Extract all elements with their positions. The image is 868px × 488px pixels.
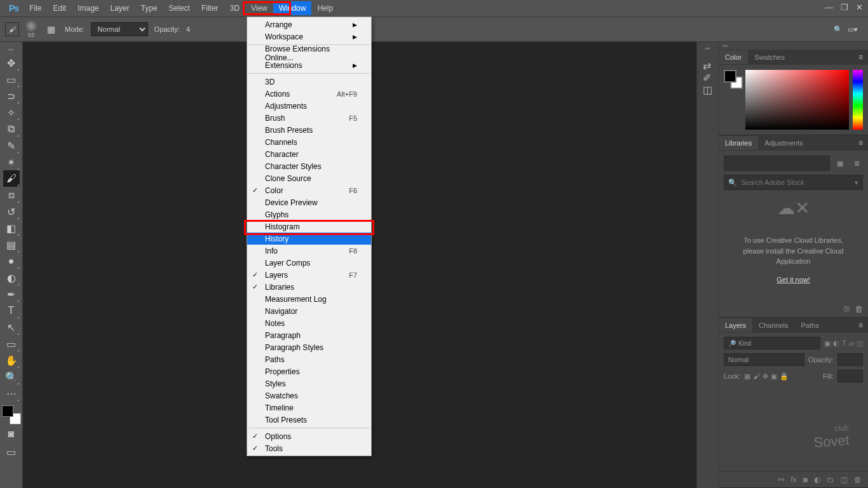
tab-adjustments[interactable]: Adjustments: [758, 136, 810, 150]
filter-smart-icon[interactable]: ◫: [857, 339, 863, 348]
tool-marquee[interactable]: ▭: [3, 71, 20, 88]
color-field[interactable]: [745, 70, 849, 130]
tool-gradient[interactable]: ▤: [3, 236, 20, 253]
grid-view-icon[interactable]: ▦: [834, 157, 846, 170]
menu-item-workspace[interactable]: Workspace▶: [247, 30, 371, 43]
tool-zoom[interactable]: 🔍: [3, 369, 20, 385]
menu-item-arrange[interactable]: Arrange▶: [247, 18, 371, 30]
filter-shape-icon[interactable]: ▱: [849, 339, 854, 348]
menu-item-browse-extensions-online-[interactable]: Browse Extensions Online...: [247, 47, 371, 59]
menu-item-paragraph-styles[interactable]: Paragraph Styles: [247, 341, 371, 353]
new-layer-icon[interactable]: ◫: [841, 475, 848, 484]
menu-view[interactable]: View: [245, 1, 273, 15]
menu-type[interactable]: Type: [135, 1, 163, 15]
tool-more[interactable]: ⋯: [3, 385, 20, 402]
library-select[interactable]: [724, 156, 830, 171]
menu-item-layer-comps[interactable]: Layer Comps: [247, 257, 371, 269]
menu-item-channels[interactable]: Channels: [247, 136, 371, 148]
menu-item-libraries[interactable]: ✓Libraries: [247, 281, 371, 293]
3d-panel-icon[interactable]: ◫: [703, 84, 712, 96]
quickmask-toggle[interactable]: ◙: [3, 426, 20, 442]
menu-item-paths[interactable]: Paths: [247, 353, 371, 365]
panel-menu-icon[interactable]: ≡: [853, 53, 868, 62]
menu-select[interactable]: Select: [163, 1, 196, 15]
maximize-button[interactable]: ❐: [841, 3, 848, 12]
menu-item-history[interactable]: History: [247, 233, 371, 245]
tab-paths[interactable]: Paths: [795, 318, 825, 332]
tool-spot-heal[interactable]: ✴: [3, 154, 20, 170]
menu-help[interactable]: Help: [311, 1, 339, 15]
menu-item-styles[interactable]: Styles: [247, 377, 371, 390]
layer-opacity[interactable]: [837, 353, 863, 366]
menu-image[interactable]: Image: [72, 1, 104, 15]
layer-fill[interactable]: [837, 370, 863, 383]
tool-rect[interactable]: ▭: [3, 336, 20, 352]
delete-layer-icon[interactable]: 🗑: [854, 475, 862, 484]
menu-item-notes[interactable]: Notes: [247, 317, 371, 329]
layer-filter-kind[interactable]: 🔎 Kind: [724, 337, 820, 349]
tool-magic-wand[interactable]: ✧: [3, 104, 20, 121]
menu-item-paragraph[interactable]: Paragraph: [247, 329, 371, 341]
panel-menu-icon[interactable]: ≡: [853, 139, 868, 147]
menu-item-options[interactable]: ✓Options: [247, 430, 371, 442]
screenmode-toggle[interactable]: ▭: [3, 444, 20, 460]
adjustment-icon[interactable]: ◐: [814, 475, 820, 484]
close-button[interactable]: ✕: [856, 3, 863, 12]
brush-panel-toggle[interactable]: ▦: [43, 22, 58, 37]
menu-layer[interactable]: Layer: [105, 1, 135, 15]
lock-position-icon[interactable]: ✥: [763, 372, 768, 381]
menu-file[interactable]: File: [24, 1, 47, 15]
link-layers-icon[interactable]: ⚯: [778, 475, 784, 484]
tool-eyedropper[interactable]: ✎: [3, 137, 20, 154]
tab-libraries[interactable]: Libraries: [719, 136, 758, 150]
tool-dodge[interactable]: ◐: [3, 269, 20, 286]
menu-edit[interactable]: Edit: [47, 1, 72, 15]
menu-item-brush-presets[interactable]: Brush Presets: [247, 124, 371, 136]
tool-history-brush[interactable]: ↺: [3, 203, 20, 220]
tool-type[interactable]: T: [3, 302, 20, 319]
tool-blur[interactable]: ●: [3, 253, 20, 269]
tab-layers[interactable]: Layers: [719, 318, 752, 332]
search-icon[interactable]: 🔍: [834, 25, 843, 34]
tool-lasso[interactable]: ⊃: [3, 88, 20, 104]
tool-path-select[interactable]: ↖: [3, 319, 20, 336]
menu-filter[interactable]: Filter: [196, 1, 224, 15]
menu-item-glyphs[interactable]: Glyphs: [247, 208, 371, 220]
menu-item-layers[interactable]: ✓LayersF7: [247, 269, 371, 281]
tool-pen[interactable]: ✒: [3, 286, 20, 302]
menu-item-tools[interactable]: ✓Tools: [247, 442, 371, 454]
menu-item-adjustments[interactable]: Adjustments: [247, 100, 371, 112]
menu-item-device-preview[interactable]: Device Preview: [247, 196, 371, 208]
blend-mode[interactable]: Normal: [724, 353, 804, 366]
menu-item-character-styles[interactable]: Character Styles: [247, 160, 371, 172]
menu-window[interactable]: Window: [273, 1, 312, 15]
menu-item-brush[interactable]: BrushF5: [247, 112, 371, 124]
menu-item-properties[interactable]: Properties: [247, 365, 371, 377]
group-icon[interactable]: 🗀: [827, 475, 834, 484]
menu-item-tool-presets[interactable]: Tool Presets: [247, 414, 371, 426]
blend-mode-select[interactable]: Normal: [91, 22, 148, 36]
mask-icon[interactable]: ◙: [803, 475, 808, 484]
menu-item-character[interactable]: Character: [247, 148, 371, 160]
menu-item-navigator[interactable]: Navigator: [247, 305, 371, 317]
cloud-icon[interactable]: ⧁: [843, 304, 850, 315]
menu-item-histogram[interactable]: Histogram: [247, 220, 371, 233]
stock-search[interactable]: 🔍 Search Adobe Stock ▾: [724, 175, 863, 190]
lock-artboard-icon[interactable]: ▣: [771, 372, 777, 381]
lock-all-icon[interactable]: 🔒: [780, 372, 789, 381]
tab-swatches[interactable]: Swatches: [748, 50, 791, 64]
fx-icon[interactable]: fx: [790, 475, 796, 484]
menu-item-info[interactable]: InfoF8: [247, 245, 371, 257]
list-view-icon[interactable]: ≣: [850, 157, 863, 170]
color-fgbg[interactable]: [724, 70, 742, 130]
foreground-background-color[interactable]: [2, 405, 21, 424]
tool-crop[interactable]: ⧉: [3, 121, 20, 137]
menu-item-extensions[interactable]: Extensions▶: [247, 59, 371, 71]
tool-eraser[interactable]: ◧: [3, 220, 20, 236]
filter-pixel-icon[interactable]: ▣: [824, 339, 831, 348]
menu-item-color[interactable]: ✓ColorF6: [247, 184, 371, 196]
minimize-button[interactable]: —: [825, 3, 833, 12]
menu-item-actions[interactable]: ActionsAlt+F9: [247, 88, 371, 100]
menu-item-timeline[interactable]: Timeline: [247, 402, 371, 414]
tab-color[interactable]: Color: [719, 50, 748, 64]
